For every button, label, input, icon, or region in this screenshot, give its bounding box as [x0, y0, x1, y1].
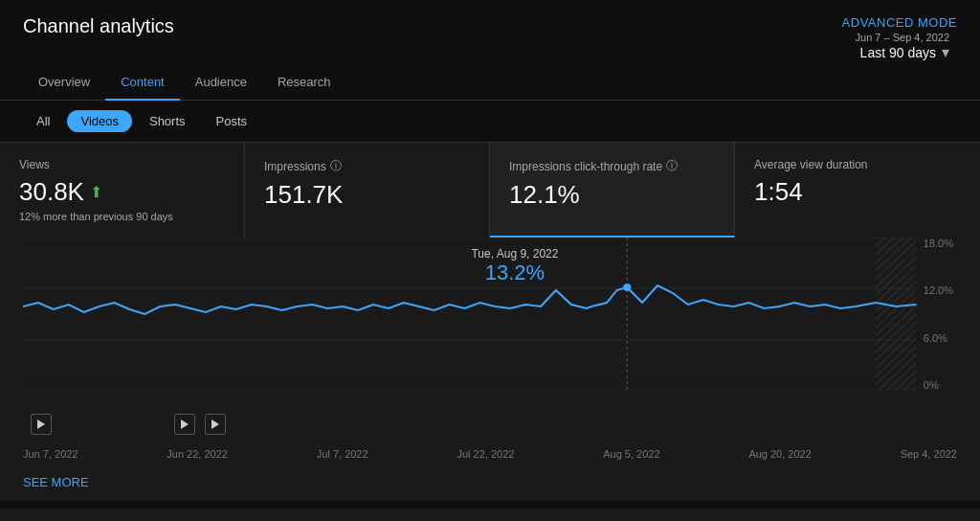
filter-shorts[interactable]: Shorts: [136, 110, 199, 132]
main-nav: Overview Content Audience Research: [0, 65, 980, 101]
play-icon-2: [181, 419, 189, 429]
tab-research[interactable]: Research: [262, 65, 346, 101]
chart-y-axis: 18.0% 12.0% 6.0% 0%: [924, 238, 957, 391]
filter-posts[interactable]: Posts: [203, 110, 261, 132]
metric-impressions-label: Impressions ⓘ: [264, 158, 470, 174]
metric-ctr-label: Impressions click-through rate ⓘ: [509, 158, 715, 174]
metric-impressions[interactable]: Impressions ⓘ 151.7K: [245, 143, 490, 238]
section-divider: [0, 501, 980, 509]
metric-ctr[interactable]: Impressions click-through rate ⓘ 12.1%: [490, 143, 735, 238]
filter-videos[interactable]: Videos: [67, 110, 132, 132]
chart-section: Tue, Aug 9, 2022 13.2% 18.0% 12.0% 6.0% …: [0, 238, 980, 464]
play-icon-3: [212, 419, 219, 429]
video-marker-1[interactable]: [31, 414, 52, 435]
metric-avg-duration-label: Average view duration: [754, 158, 961, 171]
date-range-value: Last 90 days: [860, 45, 936, 60]
play-icon-1: [37, 419, 45, 429]
see-more-container: SEE MORE: [0, 464, 980, 501]
svg-rect-5: [876, 238, 916, 391]
video-marker-2[interactable]: [174, 414, 195, 435]
tab-overview[interactable]: Overview: [23, 65, 105, 101]
info-icon-ctr[interactable]: ⓘ: [666, 158, 678, 174]
metric-views-sub: 12% more than previous 90 days: [19, 211, 225, 222]
video-markers: [23, 410, 957, 442]
metric-views-label: Views: [19, 158, 225, 171]
date-range-selector[interactable]: Last 90 days ▾: [860, 43, 949, 61]
metric-avg-duration[interactable]: Average view duration 1:54: [735, 143, 980, 238]
metrics-row: Views 30.8K ⬆ 12% more than previous 90 …: [0, 142, 980, 238]
chart-svg: [23, 238, 957, 391]
info-icon[interactable]: ⓘ: [330, 158, 342, 174]
metric-views[interactable]: Views 30.8K ⬆ 12% more than previous 90 …: [0, 143, 245, 238]
chart-container: Tue, Aug 9, 2022 13.2% 18.0% 12.0% 6.0% …: [23, 238, 957, 410]
up-arrow-icon: ⬆: [90, 183, 102, 201]
chart-x-axis: Jun 7, 2022 Jun 22, 2022 Jul 7, 2022 Jul…: [23, 442, 957, 464]
sub-nav: All Videos Shorts Posts: [0, 101, 980, 142]
tab-audience[interactable]: Audience: [180, 65, 262, 101]
advanced-mode-button[interactable]: ADVANCED MODE: [842, 15, 957, 30]
metric-impressions-value: 151.7K: [264, 180, 470, 210]
metric-views-value: 30.8K ⬆: [19, 177, 225, 207]
chevron-down-icon: ▾: [942, 43, 949, 61]
page-title: Channel analytics: [23, 15, 174, 37]
metric-ctr-value: 12.1%: [509, 180, 715, 210]
date-range-label: Jun 7 – Sep 4, 2022: [856, 32, 949, 43]
see-more-link[interactable]: SEE MORE: [0, 464, 980, 501]
video-marker-3[interactable]: [205, 414, 226, 435]
filter-all[interactable]: All: [23, 110, 63, 132]
header-right: ADVANCED MODE Jun 7 – Sep 4, 2022 Last 9…: [842, 15, 957, 61]
date-range-section: Jun 7 – Sep 4, 2022 Last 90 days ▾: [856, 32, 957, 61]
svg-point-7: [623, 283, 631, 291]
metric-avg-duration-value: 1:54: [754, 177, 961, 207]
bottom-section: Key moments for audience retention Lates…: [0, 509, 980, 521]
tab-content[interactable]: Content: [105, 65, 180, 101]
